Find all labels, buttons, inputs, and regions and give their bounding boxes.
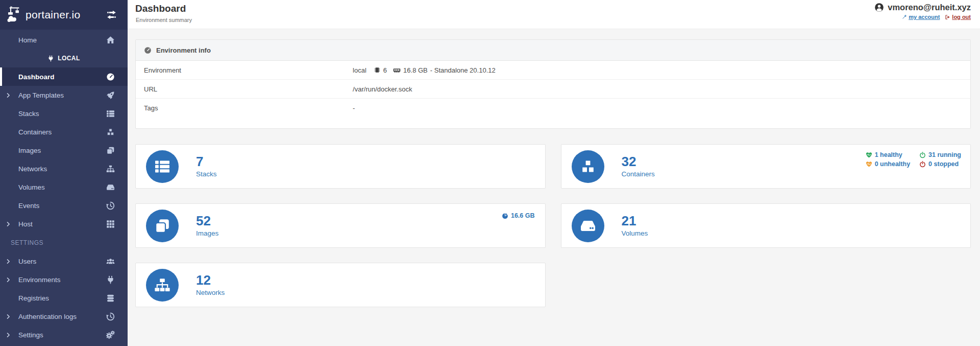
tile-stacks[interactable]: 7 Stacks [135,144,546,189]
containers-icon-circle [572,150,604,183]
sidebar-item-environments[interactable]: Environments [0,270,128,289]
memory-icon [393,66,401,74]
images-disk-usage: 16.6 GB [502,212,535,219]
page-title: Dashboard [135,3,186,14]
th-list-icon [106,109,115,118]
networks-icon-circle [146,269,179,302]
sidebar-item-label: Settings [18,331,43,339]
tile-images[interactable]: 52 Images 16.6 GB [135,203,546,248]
sidebar-item-users[interactable]: Users [0,252,128,270]
username: vmoreno@ruheit.xyz [888,3,971,12]
sidebar-item-label: Events [18,202,39,210]
tile-volumes[interactable]: 21 Volumes [561,203,971,248]
hdd-icon [580,218,596,234]
sidebar-item-label: Stacks [18,110,39,118]
networks-label: Networks [196,289,225,296]
page-subtitle: Environment summary [136,17,192,23]
sidebar-item-registries[interactable]: Registries [0,289,128,307]
dashboard-tiles: 7 Stacks 32 Containers 1 healthy [135,144,971,307]
sidebar-item-containers[interactable]: Containers [0,123,128,141]
sidebar-item-label: Users [18,258,36,265]
sidebar-item-home[interactable]: Home [0,31,128,49]
sidebar-item-host[interactable]: Host [0,215,128,233]
sidebar-header: portainer.io [0,0,128,30]
chevron-right-icon [6,332,11,338]
stacks-icon-circle [146,150,179,183]
collapse-sidebar-icon[interactable] [107,10,116,20]
user-box: vmoreno@ruheit.xyz my account log out [874,3,971,20]
sidebar-item-app-templates[interactable]: App Templates [0,86,128,104]
history-icon [106,201,115,210]
sidebar-item-label: Registries [18,294,49,302]
sidebar-item-stacks[interactable]: Stacks [0,104,128,123]
stacks-count: 7 [196,155,217,169]
sidebar-nav: Home LOCAL Dashboard App Templates Stack… [0,30,128,344]
chevron-right-icon [6,93,11,98]
heartbeat-icon [866,152,872,158]
wrench-icon [902,14,907,19]
log-out-link[interactable]: log out [945,14,971,20]
sidebar-item-authentication-logs[interactable]: Authentication logs [0,307,128,326]
stacks-label: Stacks [196,170,217,178]
user-line: vmoreno@ruheit.xyz [874,3,971,12]
tags-row: Tags - [136,99,970,117]
tile-text: 32 Containers [622,155,655,178]
row-value: - [353,104,355,112]
tile-text: 21 Volumes [622,214,648,237]
sidebar-item-networks[interactable]: Networks [0,159,128,178]
tachometer-icon [144,47,152,54]
tile-text: 7 Stacks [196,155,217,178]
sidebar-item-label: Dashboard [18,73,55,81]
tile-text: 12 Networks [196,273,225,296]
images-label: Images [196,229,218,237]
sidebar-item-label: Containers [18,128,52,136]
th-grid-icon [106,220,115,228]
sidebar-item-images[interactable]: Images [0,141,128,159]
tile-containers[interactable]: 32 Containers 1 healthy 31 running 0 unh… [561,144,971,189]
environment-row: Environment local 6 16.8 GB - Standalone… [136,61,970,80]
sidebar-item-label: App Templates [18,91,64,99]
cpu-count: 6 [383,66,387,74]
row-value: /var/run/docker.sock [353,85,412,93]
containers-label: Containers [622,170,655,178]
stopped-status: 0 stopped [919,160,961,168]
power-icon [919,161,926,168]
chevron-right-icon [6,277,11,283]
environment-info-panel-body: Environment local 6 16.8 GB - Standalone… [136,61,970,128]
plug-icon [106,275,115,284]
images-count: 52 [196,214,218,228]
environment-info-panel-header: Environment info [136,40,970,61]
database-icon [106,294,115,303]
panel-title: Environment info [156,47,211,54]
tile-networks[interactable]: 12 Networks [135,263,546,307]
my-account-link[interactable]: my account [902,14,940,20]
container-statuses: 1 healthy 31 running 0 unhealthy 0 stopp… [866,151,961,168]
sidebar-environment-header: LOCAL [0,49,128,67]
sign-out-icon [945,14,950,20]
sidebar-item-volumes[interactable]: Volumes [0,178,128,196]
chevron-right-icon [6,314,11,319]
row-label: URL [136,85,353,93]
volumes-count: 21 [622,214,648,228]
sitemap-icon [154,277,170,293]
sidebar-item-events[interactable]: Events [0,196,128,215]
engine-version: - Standalone 20.10.12 [430,66,496,74]
tile-text: 52 Images [196,214,218,237]
home-icon [106,36,115,44]
heartbeat-icon [866,161,872,168]
sidebar-item-label: Images [18,147,41,154]
row-value: local 6 16.8 GB - Standalone 20.10.12 [353,66,496,74]
sidebar-item-dashboard[interactable]: Dashboard [0,67,128,86]
chevron-right-icon [6,221,11,227]
row-label: Tags [136,104,353,112]
users-icon [106,257,115,266]
main-content: Environment info Environment local 6 16.… [128,29,980,307]
memory-size: 16.8 GB [403,66,428,74]
url-row: URL /var/run/docker.sock [136,80,970,99]
cubes-icon [106,128,115,136]
sidebar-item-settings[interactable]: Settings [0,326,128,344]
sidebar: portainer.io Home LOCAL Dashboard App Te… [0,0,128,346]
networks-count: 12 [196,273,225,287]
top-bar: Dashboard Environment summary vmoreno@ru… [128,0,980,29]
rocket-icon [106,91,115,100]
